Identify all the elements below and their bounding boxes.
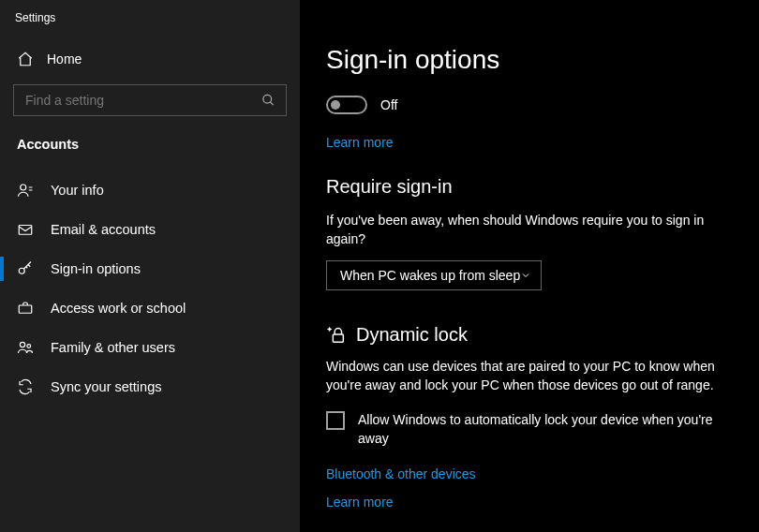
svg-rect-5 [19,305,32,313]
require-signin-desc: If you've been away, when should Windows… [326,211,733,249]
dynamic-learn-more-link[interactable]: Learn more [326,495,394,510]
section-label: Accounts [0,131,300,165]
toggle-switch[interactable] [326,96,367,114]
svg-point-6 [20,342,24,347]
sidebar-item-access-work[interactable]: Access work or school [0,288,300,328]
dynamic-lock-desc: Windows can use devices that are paired … [326,357,733,395]
sidebar-item-label: Your info [51,183,104,198]
learn-more-link[interactable]: Learn more [326,135,394,150]
sidebar-item-label: Sign-in options [51,261,141,276]
home-button[interactable]: Home [0,41,300,77]
dynamic-lock-checkbox[interactable] [326,411,345,430]
home-label: Home [47,52,82,66]
mail-icon [17,221,34,238]
sidebar-nav: Your info Email & accounts Sign-in optio… [0,170,300,406]
sidebar-item-family-users[interactable]: Family & other users [0,328,300,367]
dynamic-lock-checkbox-label: Allow Windows to automatically lock your… [358,411,733,448]
window-title: Settings [0,11,300,41]
sidebar: Settings Home Accounts Your info Email &… [0,0,300,532]
sidebar-item-email-accounts[interactable]: Email & accounts [0,210,300,249]
sidebar-item-your-info[interactable]: Your info [0,170,300,210]
search-input[interactable] [13,84,287,116]
person-icon [17,182,34,199]
sidebar-item-label: Access work or school [51,301,186,316]
require-signin-heading: Require sign-in [326,176,733,198]
require-signin-dropdown[interactable]: When PC wakes up from sleep [326,260,542,290]
svg-point-2 [21,185,26,190]
chevron-down-icon [520,270,531,281]
svg-point-7 [27,345,31,348]
sidebar-item-sync[interactable]: Sync your settings [0,367,300,406]
people-icon [17,339,34,356]
svg-point-4 [19,268,24,273]
svg-rect-3 [19,226,32,235]
toggle-state-label: Off [380,97,397,112]
sidebar-item-label: Sync your settings [51,379,161,394]
page-title: Sign-in options [326,45,733,75]
sidebar-item-signin-options[interactable]: Sign-in options [0,249,300,288]
sidebar-item-label: Family & other users [51,340,175,355]
dynamic-lock-heading: Dynamic lock [356,324,468,346]
svg-rect-8 [333,334,343,342]
content-pane: Sign-in options Off Learn more Require s… [300,0,759,532]
sync-icon [17,378,34,395]
key-icon [17,260,34,277]
sidebar-item-label: Email & accounts [51,222,156,237]
briefcase-icon [17,300,34,317]
dynamic-lock-icon [326,324,347,345]
bluetooth-link[interactable]: Bluetooth & other devices [326,466,476,481]
dropdown-value: When PC wakes up from sleep [340,268,520,283]
home-icon [17,51,34,67]
